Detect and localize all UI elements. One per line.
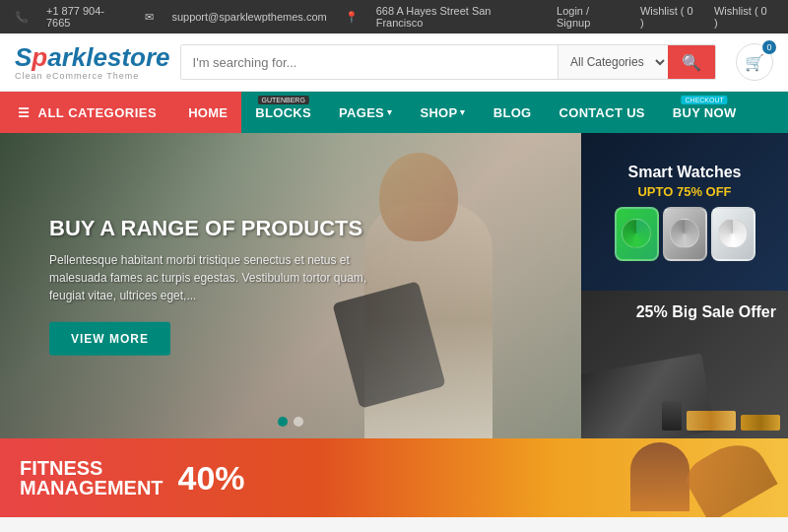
- cart-area: 🛒 0: [736, 43, 773, 81]
- cart-icon: 🛒: [745, 53, 764, 72]
- wishlist-link[interactable]: Wishlist ( 0 ): [640, 5, 699, 29]
- logo-text: Sparklestore: [15, 44, 170, 70]
- search-bar: All Categories 🔍: [180, 44, 716, 80]
- logo[interactable]: Sparklestore Clean eCommerce Theme: [15, 44, 170, 81]
- main-content: BUY A RANGE OF PRODUCTS Pellentesque hab…: [0, 133, 788, 438]
- phone-icon: 📞: [15, 11, 29, 24]
- categories-label: ALL CATEGORIES: [38, 105, 158, 120]
- email-address: support@sparklewpthemes.com: [171, 11, 326, 23]
- hero-content: BUY A RANGE OF PRODUCTS Pellentesque hab…: [49, 216, 384, 356]
- watch-silver: [663, 207, 707, 261]
- right-banners: Smart Watches UPTO 75% OFF: [581, 133, 788, 438]
- bottom-banner: FITNESSMANAGEMENT 40%: [0, 438, 788, 517]
- top-bar: 📞 +1 877 904-7665 ✉ support@sparklewpthe…: [0, 0, 788, 33]
- top-bar-left: 📞 +1 877 904-7665 ✉ support@sparklewpthe…: [15, 5, 539, 29]
- nav-item-buynow[interactable]: CHECKOUT BUY NOW: [659, 92, 751, 133]
- nav-item-blocks[interactable]: GUTENBERG BLOCKS: [241, 92, 325, 133]
- category-select[interactable]: All Categories: [558, 45, 668, 79]
- logo-sub: Clean eCommerce Theme: [15, 71, 170, 81]
- wishlist-text[interactable]: Wishlist ( 0 ): [714, 5, 773, 29]
- cart-button[interactable]: 🛒 0: [736, 43, 773, 81]
- chevron-down-icon: ▾: [460, 107, 465, 117]
- smart-watches-banner[interactable]: Smart Watches UPTO 75% OFF: [581, 133, 788, 291]
- memory-cards-banner[interactable]: 25% Big Sale Offer: [581, 291, 788, 438]
- watch-white: [711, 207, 755, 261]
- header: Sparklestore Clean eCommerce Theme All C…: [0, 33, 788, 92]
- top-bar-right: Login / Signup Wishlist ( 0 ) Wishlist (…: [557, 5, 773, 29]
- nav-link-home[interactable]: HOME: [174, 92, 241, 133]
- location-icon: 📍: [345, 11, 359, 24]
- hero-slider: BUY A RANGE OF PRODUCTS Pellentesque hab…: [0, 133, 581, 438]
- bottom-banner-text: FITNESSMANAGEMENT: [20, 458, 164, 498]
- nav-item-pages[interactable]: PAGES ▾: [325, 92, 406, 133]
- bottom-banner-title: FITNESSMANAGEMENT: [20, 458, 164, 498]
- bottom-banner-percent: 40%: [178, 459, 245, 498]
- phone-number: +1 877 904-7665: [46, 5, 127, 29]
- address: 668 A Hayes Street San Francisco: [376, 5, 539, 29]
- slider-dot-2[interactable]: [294, 417, 303, 427]
- login-link[interactable]: Login / Signup: [557, 5, 625, 29]
- navigation: ☰ ALL CATEGORIES HOME GUTENBERG BLOCKS P…: [0, 92, 788, 133]
- nav-link-shop[interactable]: SHOP ▾: [406, 92, 479, 133]
- banner-bottom-text: 25% Big Sale Offer: [636, 302, 776, 321]
- checkout-badge: CHECKOUT: [682, 96, 728, 104]
- hero-description: Pellentesque habitant morbi tristique se…: [49, 251, 384, 304]
- search-button[interactable]: 🔍: [668, 45, 715, 79]
- banner-top-subtitle: UPTO 75% OFF: [637, 184, 731, 199]
- banner-top-title: Smart Watches: [628, 164, 742, 181]
- slider-dots: [278, 417, 303, 427]
- nav-link-pages[interactable]: PAGES ▾: [325, 92, 406, 133]
- gutenberg-badge: GUTENBERG: [258, 96, 309, 104]
- nav-items: HOME GUTENBERG BLOCKS PAGES ▾ SHOP ▾ BLO…: [174, 92, 750, 133]
- search-input[interactable]: [181, 45, 558, 79]
- watch-green: [615, 207, 659, 261]
- nav-item-home[interactable]: HOME: [174, 92, 241, 133]
- menu-icon: ☰: [18, 105, 31, 120]
- hero-title: BUY A RANGE OF PRODUCTS: [49, 216, 384, 241]
- email-icon: ✉: [145, 11, 154, 24]
- hero-cta-button[interactable]: VIEW MORE: [49, 322, 170, 356]
- nav-item-contact[interactable]: CONTACT US: [546, 92, 659, 133]
- banner-bottom-title: 25% Big Sale Offer: [636, 302, 776, 321]
- nav-link-blog[interactable]: BLOG: [480, 92, 546, 133]
- cart-badge: 0: [762, 40, 776, 54]
- all-categories-button[interactable]: ☰ ALL CATEGORIES: [0, 92, 174, 133]
- slider-dot-1[interactable]: [278, 417, 288, 427]
- watches-illustration: [615, 207, 755, 261]
- chevron-down-icon: ▾: [387, 107, 392, 117]
- nav-item-blog[interactable]: BLOG: [480, 92, 546, 133]
- nav-link-contact[interactable]: CONTACT US: [546, 92, 659, 133]
- nav-item-shop[interactable]: SHOP ▾: [406, 92, 479, 133]
